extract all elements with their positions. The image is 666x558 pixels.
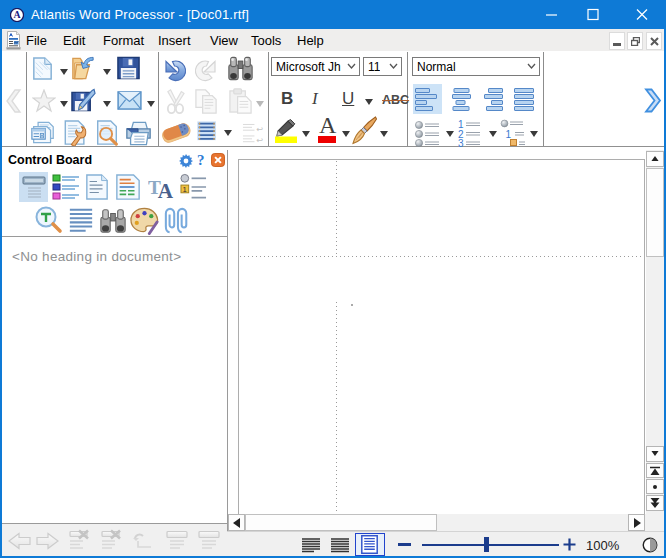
svg-text:3: 3 <box>458 138 464 147</box>
svg-text:A: A <box>13 9 20 20</box>
svg-text:↩: ↩ <box>256 136 263 145</box>
svg-text:↩: ↩ <box>256 125 263 134</box>
svg-text:A: A <box>158 179 174 200</box>
svg-text:1: 1 <box>506 129 512 140</box>
svg-text:1: 1 <box>182 185 186 194</box>
